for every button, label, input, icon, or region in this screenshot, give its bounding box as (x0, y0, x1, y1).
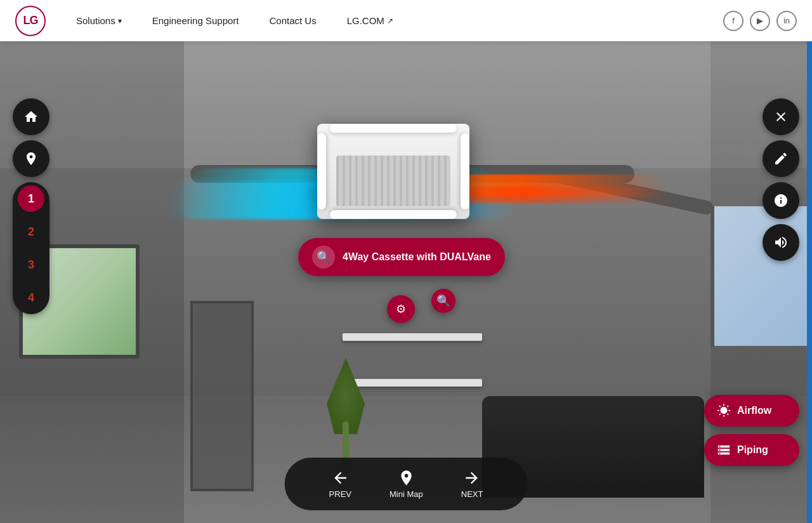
hotspot-gear[interactable]: ⚙ (387, 295, 415, 323)
nav-links: Solutions Engineering Support Contact Us… (61, 0, 723, 41)
minimap-button[interactable]: Mini Map (370, 464, 442, 504)
airflow-icon (717, 404, 731, 418)
nav-social: f ▶ in (723, 11, 812, 31)
minimap-icon (397, 469, 415, 487)
edit-button[interactable] (763, 140, 799, 177)
number-1[interactable]: 1 (18, 185, 44, 212)
location-icon (23, 151, 39, 166)
nav-item-contact-us[interactable]: Contact Us (254, 0, 331, 41)
prev-icon (331, 469, 349, 487)
number-panel: 1 2 3 4 (13, 182, 49, 314)
product-label[interactable]: 🔍 4Way Cassette with DUALVane (298, 238, 505, 276)
ac-vane-right (461, 133, 469, 209)
number-4[interactable]: 4 (13, 281, 49, 314)
navbar: LG Solutions Engineering Support Contact… (0, 0, 812, 41)
sound-button[interactable] (763, 224, 799, 261)
left-panel: 1 2 3 4 (13, 98, 49, 314)
scene: 🔍 4Way Cassette with DUALVane ⚙ 🔍 1 2 3 … (0, 41, 812, 523)
info-button[interactable] (763, 182, 799, 219)
prev-button[interactable]: PREV (310, 464, 370, 504)
piping-icon (717, 443, 731, 457)
edit-icon (773, 151, 789, 166)
nav-item-solutions[interactable]: Solutions (61, 0, 137, 41)
piping-label: Piping (737, 444, 768, 456)
nav-item-lgcom[interactable]: LG.COM (332, 0, 409, 41)
prev-label: PREV (329, 489, 351, 499)
piping-button[interactable]: Piping (704, 434, 799, 466)
airflow-label: Airflow (737, 405, 771, 416)
home-icon (23, 109, 39, 124)
door (190, 301, 254, 491)
ac-vane-left (317, 133, 326, 209)
facebook-icon[interactable]: f (723, 11, 743, 31)
minimap-label: Mini Map (390, 489, 423, 499)
nav-item-engineering-support[interactable]: Engineering Support (137, 0, 254, 41)
sound-icon (773, 235, 789, 250)
blue-edge-accent (807, 41, 812, 523)
lg-logo-icon: LG (15, 6, 46, 36)
logo[interactable]: LG (0, 6, 61, 36)
plant (324, 358, 368, 472)
product-label-text: 4Way Cassette with DUALVane (343, 251, 491, 263)
ac-vane-top (330, 124, 457, 133)
right-panel (763, 98, 799, 261)
info-icon (773, 193, 789, 208)
home-button[interactable] (13, 98, 49, 135)
airflow-button[interactable]: Airflow (704, 395, 799, 427)
close-button[interactable] (763, 98, 799, 135)
ac-body (317, 124, 469, 219)
next-label: NEXT (461, 489, 483, 499)
number-3[interactable]: 3 (13, 248, 49, 281)
ac-vane-bottom (330, 210, 457, 219)
hotspot-search[interactable]: 🔍 (431, 289, 455, 313)
next-icon (463, 469, 481, 487)
next-button[interactable]: NEXT (442, 464, 502, 504)
product-search-icon: 🔍 (312, 246, 335, 268)
bottom-nav: PREV Mini Map NEXT (285, 458, 528, 510)
youtube-icon[interactable]: ▶ (750, 11, 770, 31)
shelf-top (343, 333, 482, 341)
ac-grille (336, 156, 450, 206)
linkedin-icon[interactable]: in (776, 11, 797, 31)
location-button[interactable] (13, 140, 49, 177)
close-icon (773, 109, 789, 124)
ac-unit (298, 117, 488, 232)
number-2[interactable]: 2 (13, 215, 49, 248)
right-bottom-panel: Airflow Piping (704, 395, 799, 466)
